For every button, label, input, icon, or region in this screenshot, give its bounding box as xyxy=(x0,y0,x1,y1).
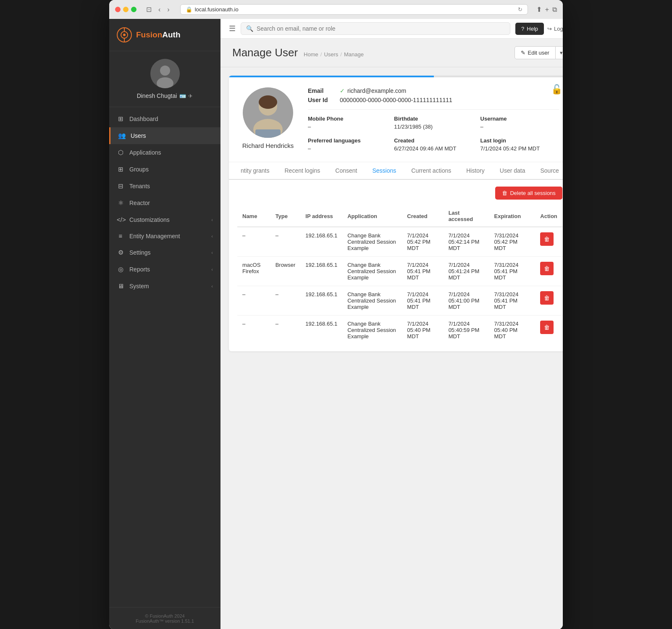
tab-current-actions[interactable]: Current actions xyxy=(404,162,459,180)
cell-type: Browser xyxy=(270,257,301,286)
fusionauth-logo-icon xyxy=(117,27,132,42)
table-row: – – 192.168.65.1 Change Bank Centralized… xyxy=(237,286,562,316)
reports-icon: ◎ xyxy=(117,266,124,273)
logo-white: Auth xyxy=(162,30,180,39)
tab-consent[interactable]: Consent xyxy=(328,162,365,180)
username-field: Username – xyxy=(480,116,559,130)
last-login-field: Last login 7/1/2024 05:42 PM MDT xyxy=(480,137,559,152)
user-fields-grid: Mobile Phone – Birthdate 11/23/1985 (38)… xyxy=(308,116,559,152)
cell-ip: 192.168.65.1 xyxy=(300,227,342,257)
search-icon: 🔍 xyxy=(246,25,253,32)
tab-history[interactable]: History xyxy=(459,162,492,180)
verified-icon: ✓ xyxy=(340,87,345,94)
minimize-button[interactable] xyxy=(123,7,129,12)
id-card-icon[interactable]: 🪪 xyxy=(179,93,186,99)
sidebar-item-tenants[interactable]: ⊟ Tenants xyxy=(109,178,220,195)
forward-button[interactable]: › xyxy=(165,5,171,14)
sidebar-item-entity-management[interactable]: ≡ Entity Management ‹ xyxy=(109,228,220,244)
cell-application: Change Bank Centralized Session Example xyxy=(342,316,402,345)
sidebar-footer: © FusionAuth 2024 FusionAuth™ version 1.… xyxy=(109,607,220,629)
tabs-bar: ntity grants Recent logins Consent Sessi… xyxy=(229,162,563,180)
user-action-icons: 🪪 ✈ xyxy=(179,93,193,99)
cell-ip: 192.168.65.1 xyxy=(300,286,342,316)
delete-session-button[interactable]: 🗑 xyxy=(540,321,554,334)
delete-session-button[interactable]: 🗑 xyxy=(540,232,554,246)
search-container: 🔍 xyxy=(241,22,510,35)
sidebar-item-customizations[interactable]: </> Customizations ‹ xyxy=(109,211,220,228)
cell-action: 🗑 xyxy=(535,227,562,257)
sidebar-item-reactor[interactable]: ⚛ Reactor xyxy=(109,195,220,211)
delete-session-button[interactable]: 🗑 xyxy=(540,291,554,305)
delete-all-sessions-button[interactable]: 🗑 Delete all sessions xyxy=(495,187,562,200)
refresh-icon[interactable]: ↻ xyxy=(518,6,522,13)
maximize-button[interactable] xyxy=(131,7,136,12)
customizations-icon: </> xyxy=(117,216,124,223)
tab-recent-logins[interactable]: Recent logins xyxy=(277,162,328,180)
cell-created: 7/1/2024 05:41 PM MDT xyxy=(402,286,443,316)
sidebar-item-applications[interactable]: ⬡ Applications xyxy=(109,144,220,161)
groups-icon: ⊞ xyxy=(117,166,124,173)
tabs-button[interactable]: ⧉ xyxy=(552,6,557,13)
tab-entity-grants[interactable]: ntity grants xyxy=(233,162,277,180)
user-display-name: Richard Hendricks xyxy=(242,142,294,149)
birthdate-value: 11/23/1985 (38) xyxy=(394,124,472,130)
sidebar-item-system[interactable]: 🖥 System ‹ xyxy=(109,278,220,294)
col-name: Name xyxy=(237,205,270,227)
search-input[interactable] xyxy=(257,25,505,32)
tab-sessions[interactable]: Sessions xyxy=(365,162,404,180)
last-login-value: 7/1/2024 05:42 PM MDT xyxy=(480,145,559,152)
edit-user-button[interactable]: ✎ Edit user xyxy=(514,46,556,59)
chevron-right-icon-em: ‹ xyxy=(211,234,213,239)
cell-application: Change Bank Centralized Session Example xyxy=(342,227,402,257)
share-button[interactable]: ⬆ xyxy=(536,5,542,13)
browser-controls: ⊡ ‹ › xyxy=(144,5,172,14)
help-button[interactable]: ? Help xyxy=(515,23,544,35)
breadcrumb-users[interactable]: Users xyxy=(324,51,338,58)
topbar: ☰ 🔍 ? Help ↪ Logout xyxy=(220,19,563,39)
unlocked-lock-icon[interactable]: 🔓 xyxy=(551,84,562,95)
logout-button[interactable]: ↪ Logout xyxy=(547,26,563,32)
traffic-lights xyxy=(115,7,136,12)
edit-user-dropdown-button[interactable]: ▾ xyxy=(556,46,563,59)
cell-action: 🗑 xyxy=(535,257,562,286)
edit-icon: ✎ xyxy=(521,50,525,56)
tab-source[interactable]: Source xyxy=(533,162,563,180)
cell-expiration: 7/31/2024 05:41 PM MDT xyxy=(489,286,536,316)
col-created: Created xyxy=(402,205,443,227)
sidebar-item-reports[interactable]: ◎ Reports ‹ xyxy=(109,261,220,278)
email-row: Email ✓ richard@example.com xyxy=(308,87,559,94)
tab-user-data[interactable]: User data xyxy=(492,162,533,180)
sidebar-item-dashboard[interactable]: ⊞ Dashboard xyxy=(109,111,220,127)
col-ip: IP address xyxy=(300,205,342,227)
cell-ip: 192.168.65.1 xyxy=(300,316,342,345)
new-tab-button[interactable]: + xyxy=(545,6,549,13)
col-expiration: Expiration xyxy=(489,205,536,227)
users-icon: 👥 xyxy=(118,132,126,139)
col-application: Application xyxy=(342,205,402,227)
cell-type: – xyxy=(270,286,301,316)
page-header: Manage User Home / Users / Manage ✎ Edit xyxy=(220,39,563,67)
sidebar-item-groups[interactable]: ⊞ Groups xyxy=(109,161,220,178)
chevron-right-icon: ‹ xyxy=(211,217,213,222)
address-bar[interactable]: 🔒 local.fusionauth.io ↻ xyxy=(180,4,528,15)
sessions-table: Name Type IP address Application Created… xyxy=(237,205,562,345)
user-profile: Richard Hendricks Email ✓ richard@exampl… xyxy=(229,77,563,162)
send-icon[interactable]: ✈ xyxy=(188,93,193,99)
sidebar-item-settings[interactable]: ⚙ Settings ‹ xyxy=(109,244,220,261)
logout-icon: ↪ xyxy=(547,26,552,32)
breadcrumb-home[interactable]: Home xyxy=(304,51,318,58)
entity-management-icon: ≡ xyxy=(117,232,124,239)
menu-toggle-button[interactable]: ☰ xyxy=(229,24,236,33)
cell-last-accessed: 7/1/2024 05:40:59 PM MDT xyxy=(444,316,489,345)
cell-action: 🗑 xyxy=(535,286,562,316)
url-text: local.fusionauth.io xyxy=(195,6,239,13)
birthdate-field: Birthdate 11/23/1985 (38) xyxy=(394,116,472,130)
breadcrumb-manage[interactable]: Manage xyxy=(344,51,364,58)
back-button[interactable]: ‹ xyxy=(156,5,163,14)
sidebar-item-users[interactable]: 👥 Users xyxy=(109,127,220,144)
sidebar-toggle-browser[interactable]: ⊡ xyxy=(144,5,154,14)
close-button[interactable] xyxy=(115,7,121,12)
browser-right-actions: ⬆ + ⧉ xyxy=(536,5,557,13)
delete-session-button[interactable]: 🗑 xyxy=(540,262,554,275)
logo-orange: Fusion xyxy=(136,30,162,39)
